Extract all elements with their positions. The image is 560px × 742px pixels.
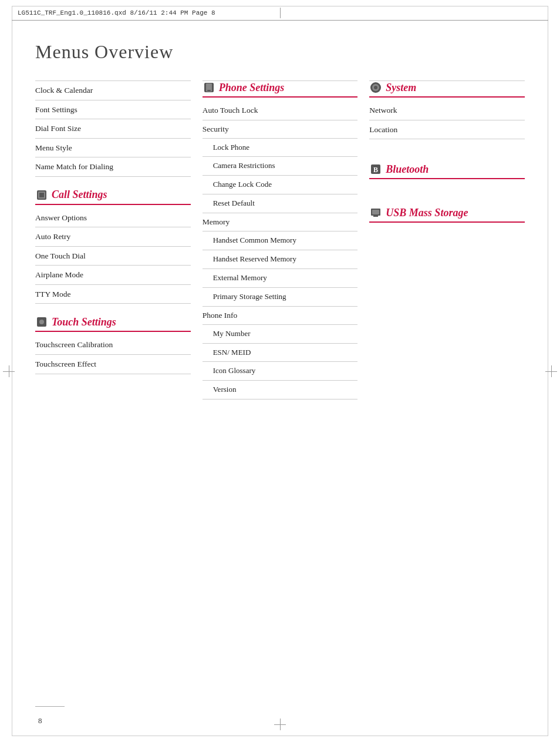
list-item: Answer Options bbox=[35, 209, 191, 228]
call-settings-icon bbox=[35, 189, 48, 202]
touch-settings-header: Touch Settings bbox=[35, 315, 191, 332]
list-item: Auto Touch Lock bbox=[203, 101, 358, 120]
footnote-line bbox=[35, 706, 65, 707]
spacer bbox=[369, 194, 525, 206]
svg-rect-2 bbox=[39, 193, 44, 197]
list-item: Icon Glossary bbox=[203, 362, 358, 381]
header-center-mark bbox=[280, 8, 281, 18]
list-item: Dial Font Size bbox=[35, 119, 191, 139]
phone-settings-header: Phone Settings bbox=[203, 81, 358, 98]
system-icon bbox=[369, 81, 382, 94]
svg-rect-14 bbox=[372, 210, 379, 214]
call-settings-label: Call Settings bbox=[52, 189, 107, 201]
phone-settings-label: Phone Settings bbox=[219, 82, 285, 94]
list-item: Version bbox=[203, 381, 358, 399]
list-item: Menu Style bbox=[35, 139, 191, 158]
list-item: Lock Phone bbox=[203, 139, 358, 157]
list-item: Primary Storage Setting bbox=[203, 288, 358, 307]
security-label: Security bbox=[203, 120, 358, 139]
header-bar: LG511C_TRF_Eng1.0_110816.qxd 8/16/11 2:4… bbox=[12, 6, 548, 21]
list-item: Auto Retry bbox=[35, 227, 191, 247]
list-item: My Number bbox=[203, 325, 358, 344]
phone-settings-icon bbox=[203, 81, 215, 94]
bottom-cross-mark bbox=[274, 719, 286, 730]
svg-rect-15 bbox=[373, 216, 378, 217]
list-item: One Touch Dial bbox=[35, 247, 191, 266]
spacer bbox=[369, 151, 525, 163]
list-item: Handset Reserved Memory bbox=[203, 250, 358, 269]
list-item: Name Match for Dialing bbox=[35, 157, 191, 177]
memory-label: Memory bbox=[203, 213, 358, 231]
columns-container: Clock & Calendar Font Settings Dial Font… bbox=[35, 80, 525, 399]
list-item: Font Settings bbox=[35, 100, 191, 120]
usb-label: USB Mass Storage bbox=[386, 207, 468, 219]
bluetooth-label: Bluetooth bbox=[386, 163, 429, 176]
list-item: Touchscreen Effect bbox=[35, 355, 191, 374]
touch-settings-label: Touch Settings bbox=[52, 316, 116, 328]
svg-point-10 bbox=[374, 86, 377, 89]
main-content: Menus Overview Clock & Calendar Font Set… bbox=[35, 41, 525, 399]
list-item: Camera Restrictions bbox=[203, 157, 358, 176]
list-item: Touchscreen Calibration bbox=[35, 335, 191, 355]
bluetooth-icon: B bbox=[369, 163, 382, 176]
list-item: TTY Mode bbox=[35, 285, 191, 304]
svg-text:B: B bbox=[373, 166, 378, 174]
list-item: Change Lock Code bbox=[203, 176, 358, 194]
middle-column: Phone Settings Auto Touch Lock Security … bbox=[203, 80, 370, 399]
list-item: Airplane Mode bbox=[35, 266, 191, 285]
usb-header: USB Mass Storage bbox=[369, 206, 525, 223]
list-item: Reset Default bbox=[203, 194, 358, 213]
list-item: External Memory bbox=[203, 269, 358, 288]
left-cross-mark bbox=[3, 365, 15, 377]
usb-icon bbox=[369, 206, 382, 219]
touch-settings-icon bbox=[35, 315, 48, 328]
spacer bbox=[35, 177, 191, 189]
right-cross-mark bbox=[545, 365, 557, 377]
list-item: Handset Common Memory bbox=[203, 231, 358, 250]
spacer bbox=[35, 304, 191, 315]
left-column: Clock & Calendar Font Settings Dial Font… bbox=[35, 80, 203, 374]
call-settings-header: Call Settings bbox=[35, 189, 191, 205]
bluetooth-header: B Bluetooth bbox=[369, 163, 525, 179]
list-item: Network bbox=[369, 101, 525, 120]
system-header: System bbox=[369, 81, 525, 98]
phone-info-label: Phone Info bbox=[203, 307, 358, 325]
spacer bbox=[369, 139, 525, 151]
list-item: Location bbox=[369, 120, 525, 140]
system-label: System bbox=[386, 82, 416, 94]
svg-rect-7 bbox=[207, 90, 211, 91]
spacer bbox=[369, 183, 525, 194]
page-number: 8 bbox=[38, 716, 42, 726]
page-title: Menus Overview bbox=[35, 41, 525, 63]
right-column: System Network Location B Bluetooth bbox=[369, 80, 525, 226]
header-text: LG511C_TRF_Eng1.0_110816.qxd 8/16/11 2:4… bbox=[18, 9, 215, 16]
list-item: ESN/ MEID bbox=[203, 344, 358, 362]
list-item: Clock & Calendar bbox=[35, 81, 191, 100]
svg-point-4 bbox=[39, 320, 44, 324]
